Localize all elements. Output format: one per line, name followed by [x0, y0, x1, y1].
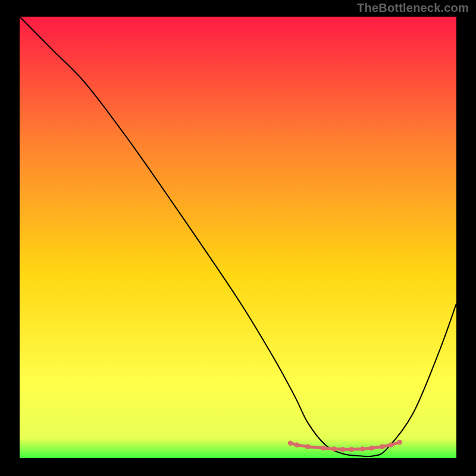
- highlight-marker: [397, 440, 402, 444]
- highlight-marker: [288, 441, 293, 446]
- watermark-text: TheBottleneck.com: [357, 1, 469, 15]
- plot-area: [20, 17, 456, 458]
- highlight-marker: [340, 447, 345, 452]
- highlight-marker: [360, 446, 365, 451]
- chart-svg: [20, 17, 456, 458]
- highlight-marker: [389, 443, 393, 447]
- chart-container: TheBottleneck.com: [0, 0, 476, 476]
- highlight-marker: [305, 444, 310, 449]
- highlight-marker: [331, 446, 336, 451]
- highlight-marker: [295, 443, 299, 447]
- highlight-marker: [380, 444, 384, 449]
- highlight-marker: [321, 446, 325, 450]
- highlight-marker: [349, 447, 354, 452]
- highlight-marker: [369, 446, 374, 450]
